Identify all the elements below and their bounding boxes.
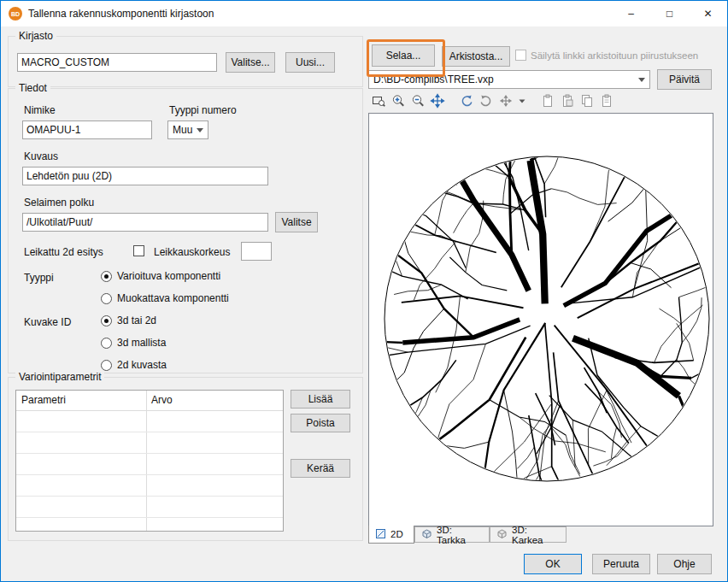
keraa-button[interactable]: Kerää <box>291 459 350 478</box>
zoom-in-icon[interactable] <box>390 93 407 109</box>
radio-icon <box>101 360 112 371</box>
clipboard-icon[interactable] <box>598 93 615 109</box>
tab-2d[interactable]: 2D <box>368 526 414 544</box>
kirjasto-uusi-button[interactable]: Uusi... <box>285 52 335 73</box>
maximize-button[interactable]: □ <box>650 1 689 26</box>
leikattu-2d-checkbox[interactable] <box>133 245 144 256</box>
radio-varioituva-komponentti[interactable]: Varioituva komponentti <box>101 269 220 283</box>
radio-icon <box>101 315 112 326</box>
chevron-down-icon <box>638 78 645 82</box>
leikkauskorkeus-input[interactable] <box>241 242 272 261</box>
tyyppi-label: Tyyppi <box>24 272 54 284</box>
radio-3d-tai-2d[interactable]: 3d tai 2d <box>101 314 156 327</box>
tab-3d-tarkka[interactable]: 3D: Tarkka <box>414 526 490 543</box>
kirjasto-valitse-button[interactable]: Valitse... <box>226 52 275 73</box>
table-header: Parametri Arvo <box>16 391 283 411</box>
app-icon: BD <box>9 7 22 21</box>
radio-label: Muokattava komponentti <box>117 292 229 304</box>
rotate-cw-icon[interactable] <box>478 93 495 109</box>
tab-label: 3D: Karkea <box>512 525 560 545</box>
selaimen-polku-input[interactable] <box>22 213 268 232</box>
parameter-table[interactable]: Parametri Arvo <box>15 390 284 532</box>
move-icon[interactable] <box>497 93 514 109</box>
peruuta-button[interactable]: Peruuta <box>592 554 650 574</box>
leikkauskorkeus-label: Leikkauskorkeus <box>154 246 230 258</box>
paivita-button[interactable]: Päivitä <box>657 69 712 90</box>
copy-icon[interactable] <box>578 93 596 109</box>
kuvake-id-label: Kuvake ID <box>24 316 71 328</box>
kirjasto-input[interactable] <box>17 53 217 72</box>
kuvaus-label: Kuvaus <box>24 150 58 162</box>
tree-2d-drawing <box>369 114 713 526</box>
tab-3d-karkea-icon <box>496 528 508 541</box>
chevron-down-icon <box>197 128 203 132</box>
tab-label: 2D <box>390 529 403 539</box>
sailyta-linkki-label: Säilytä linkki arkistoituun piirustuksee… <box>531 50 698 61</box>
kirjasto-group-label: Kirjasto <box>15 30 56 42</box>
selaimen-polku-label: Selaimen polku <box>24 197 94 209</box>
paste-icon[interactable] <box>539 93 556 109</box>
nimike-label: Nimike <box>24 104 56 116</box>
window-title: Tallenna rakennuskomponentti kirjastoon <box>28 8 214 20</box>
ohje-button[interactable]: Ohje <box>657 554 712 574</box>
arkistosta-button[interactable]: Arkistosta... <box>442 46 510 67</box>
selaa-button[interactable]: Selaa... <box>372 44 435 67</box>
sailyta-linkki-checkbox[interactable] <box>515 50 526 61</box>
nimike-input[interactable] <box>22 121 152 139</box>
column-arvo: Arvo <box>146 391 178 410</box>
tyyppi-numero-select[interactable]: Muu <box>167 121 208 139</box>
radio-label: 3d mallista <box>117 337 166 349</box>
dialog-window: BD Tallenna rakennuskomponentti kirjasto… <box>0 0 728 582</box>
radio-label: 2d kuvasta <box>117 359 167 371</box>
variointi-group: Variointiparametrit Parametri Arvo Lisää… <box>8 377 363 541</box>
component-path-select[interactable]: D:\BD-complibs\TREE.vxp <box>368 70 650 89</box>
toolbar-dropdown-icon[interactable] <box>517 93 527 109</box>
table-rows[interactable] <box>16 411 283 531</box>
polku-valitse-button[interactable]: Valitse <box>275 212 318 232</box>
kuvaus-input[interactable] <box>22 167 268 185</box>
radio-muokattava-komponentti[interactable]: Muokattava komponentti <box>101 291 229 305</box>
preview-toolbar <box>370 92 615 109</box>
radio-icon <box>101 271 112 282</box>
tiedot-group: Tiedot Nimike Tyyppi numero Muu Kuvaus S… <box>8 88 363 373</box>
component-path-value: D:\BD-complibs\TREE.vxp <box>373 73 494 85</box>
tyyppi-numero-label: Tyyppi numero <box>169 104 237 116</box>
zoom-out-icon[interactable] <box>409 93 426 109</box>
titlebar: BD Tallenna rakennuskomponentti kirjasto… <box>1 1 727 26</box>
kirjasto-group: Kirjasto Valitse... Uusi... <box>8 36 363 87</box>
tab-3d-tarkka-icon <box>421 528 432 541</box>
radio-label: 3d tai 2d <box>117 315 156 326</box>
leikattu-2d-label: Leikattu 2d esitys <box>24 246 103 258</box>
radio-3d-mallista[interactable]: 3d mallista <box>101 336 166 350</box>
radio-2d-kuvasta[interactable]: 2d kuvasta <box>101 358 167 372</box>
tab-3d-karkea[interactable]: 3D: Karkea <box>490 526 567 543</box>
ok-button[interactable]: OK <box>524 554 582 574</box>
minimize-button[interactable]: – <box>612 1 650 26</box>
tab-label: 3D: Tarkka <box>437 525 483 545</box>
zoom-window-icon[interactable] <box>370 93 387 109</box>
close-button[interactable]: ✕ <box>689 1 727 26</box>
preview-viewport[interactable] <box>368 113 713 526</box>
radio-icon <box>101 338 112 349</box>
poista-button[interactable]: Poista <box>291 414 350 432</box>
tiedot-group-label: Tiedot <box>15 82 50 94</box>
tyyppi-numero-value: Muu <box>173 124 192 136</box>
radio-label: Varioituva komponentti <box>117 270 220 282</box>
lisaa-button[interactable]: Lisää <box>291 390 350 409</box>
pan-icon[interactable] <box>429 93 446 109</box>
column-parametri: Parametri <box>16 391 146 410</box>
paste-special-icon[interactable] <box>559 93 576 109</box>
rotate-ccw-icon[interactable] <box>458 93 475 109</box>
tab-2d-icon <box>375 528 386 541</box>
variointi-group-label: Variointiparametrit <box>15 371 104 383</box>
radio-icon <box>101 293 112 304</box>
